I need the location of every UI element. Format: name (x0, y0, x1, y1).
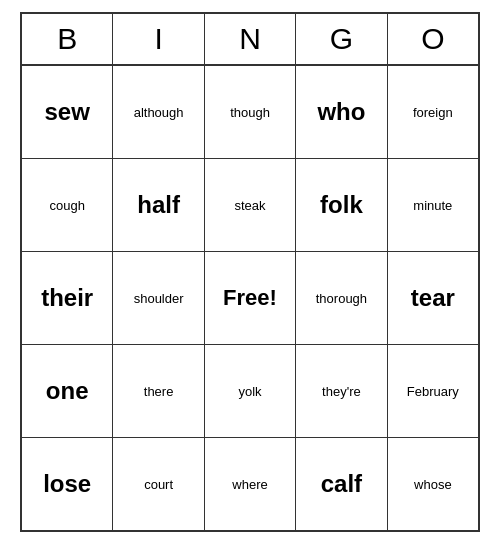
bingo-cell-2-1: shoulder (113, 252, 204, 344)
cell-text-0-0: sew (45, 98, 90, 126)
bingo-row-2: theirshoulderFree!thoroughtear (22, 252, 478, 345)
cell-text-1-0: cough (49, 198, 84, 213)
bingo-cell-1-4: minute (388, 159, 478, 251)
bingo-card: BINGO sewalthoughthoughwhoforeigncoughha… (20, 12, 480, 532)
cell-text-0-3: who (317, 98, 365, 126)
bingo-body: sewalthoughthoughwhoforeigncoughhalfstea… (22, 66, 478, 530)
bingo-cell-3-2: yolk (205, 345, 296, 437)
bingo-cell-1-3: folk (296, 159, 387, 251)
cell-text-2-2: Free! (223, 285, 277, 311)
bingo-cell-0-1: although (113, 66, 204, 158)
bingo-cell-2-3: thorough (296, 252, 387, 344)
bingo-cell-4-2: where (205, 438, 296, 530)
cell-text-1-4: minute (413, 198, 452, 213)
cell-text-0-2: though (230, 105, 270, 120)
bingo-cell-0-3: who (296, 66, 387, 158)
header-letter-B: B (22, 14, 113, 64)
cell-text-3-4: February (407, 384, 459, 399)
cell-text-4-0: lose (43, 470, 91, 498)
bingo-cell-3-3: they're (296, 345, 387, 437)
header-letter-I: I (113, 14, 204, 64)
cell-text-0-4: foreign (413, 105, 453, 120)
cell-text-1-2: steak (234, 198, 265, 213)
bingo-cell-4-3: calf (296, 438, 387, 530)
bingo-cell-2-2: Free! (205, 252, 296, 344)
cell-text-2-3: thorough (316, 291, 367, 306)
bingo-row-1: coughhalfsteakfolkminute (22, 159, 478, 252)
bingo-cell-2-0: their (22, 252, 113, 344)
bingo-cell-4-4: whose (388, 438, 478, 530)
bingo-cell-0-4: foreign (388, 66, 478, 158)
cell-text-1-1: half (137, 191, 180, 219)
cell-text-4-3: calf (321, 470, 362, 498)
cell-text-2-0: their (41, 284, 93, 312)
bingo-cell-1-0: cough (22, 159, 113, 251)
bingo-cell-3-1: there (113, 345, 204, 437)
bingo-cell-0-0: sew (22, 66, 113, 158)
bingo-cell-3-0: one (22, 345, 113, 437)
cell-text-3-3: they're (322, 384, 361, 399)
cell-text-0-1: although (134, 105, 184, 120)
cell-text-3-2: yolk (238, 384, 261, 399)
bingo-row-0: sewalthoughthoughwhoforeign (22, 66, 478, 159)
cell-text-4-2: where (232, 477, 267, 492)
header-letter-N: N (205, 14, 296, 64)
cell-text-4-4: whose (414, 477, 452, 492)
cell-text-2-1: shoulder (134, 291, 184, 306)
bingo-cell-4-0: lose (22, 438, 113, 530)
bingo-cell-0-2: though (205, 66, 296, 158)
bingo-cell-2-4: tear (388, 252, 478, 344)
bingo-cell-3-4: February (388, 345, 478, 437)
cell-text-3-1: there (144, 384, 174, 399)
cell-text-1-3: folk (320, 191, 363, 219)
header-letter-G: G (296, 14, 387, 64)
bingo-cell-4-1: court (113, 438, 204, 530)
bingo-row-4: losecourtwherecalfwhose (22, 438, 478, 530)
cell-text-2-4: tear (411, 284, 455, 312)
bingo-header: BINGO (22, 14, 478, 66)
cell-text-3-0: one (46, 377, 89, 405)
cell-text-4-1: court (144, 477, 173, 492)
bingo-cell-1-1: half (113, 159, 204, 251)
header-letter-O: O (388, 14, 478, 64)
bingo-row-3: onethereyolkthey'reFebruary (22, 345, 478, 438)
bingo-cell-1-2: steak (205, 159, 296, 251)
